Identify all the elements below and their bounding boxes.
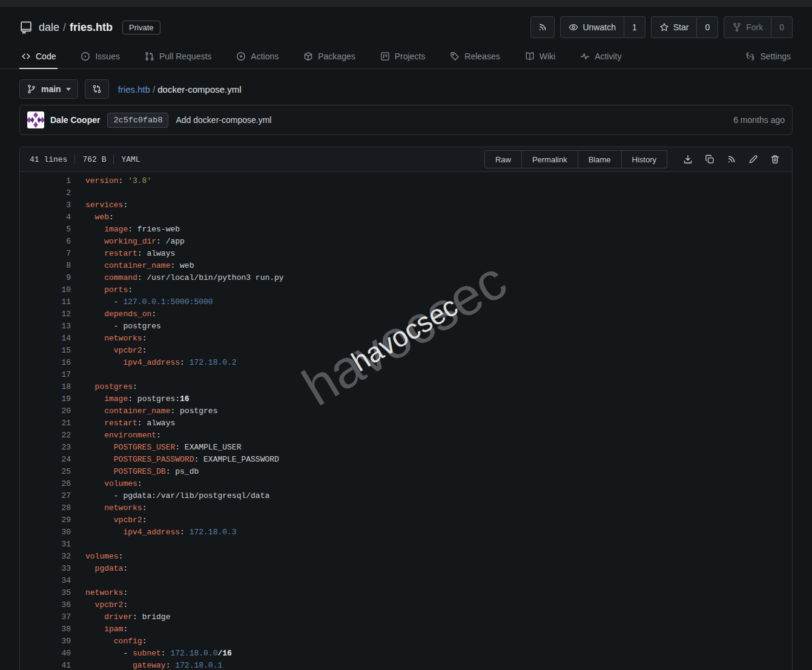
branch-selector[interactable]: main	[19, 79, 78, 99]
code-line: 27 - pgdata:/var/lib/postgresql/data	[20, 490, 792, 502]
tab-pull-requests[interactable]: Pull Requests	[143, 45, 213, 69]
line-number[interactable]: 32	[20, 551, 71, 563]
fork-count[interactable]: 0	[771, 16, 793, 38]
line-number[interactable]: 27	[20, 490, 71, 502]
line-number[interactable]: 2	[20, 187, 71, 199]
line-number[interactable]: 26	[20, 478, 71, 490]
star-button[interactable]: Star	[651, 16, 698, 38]
tab-actions[interactable]: Actions	[234, 45, 280, 69]
line-content: restart: always	[71, 248, 175, 260]
line-number[interactable]: 25	[20, 466, 71, 478]
breadcrumb: fries.htb/docker-compose.yml	[118, 84, 242, 95]
project-board-icon	[380, 51, 390, 61]
line-number[interactable]: 6	[20, 236, 71, 248]
pull-request-icon	[145, 51, 154, 61]
code-line: 13 - postgres	[20, 320, 792, 333]
pulse-icon	[580, 51, 590, 61]
tab-issues[interactable]: Issues	[79, 45, 121, 69]
line-number[interactable]: 19	[20, 393, 71, 405]
line-number[interactable]: 30	[20, 526, 71, 539]
line-content: - pgdata:/var/lib/postgresql/data	[71, 490, 269, 502]
line-number[interactable]: 34	[20, 575, 71, 587]
line-number[interactable]: 18	[20, 381, 71, 393]
fork-button[interactable]: Fork	[724, 16, 771, 38]
repo-owner-link[interactable]: dale	[39, 21, 59, 34]
repo-header: dale / fries.htb Private Unwatch 1	[0, 8, 812, 44]
line-number[interactable]: 29	[20, 514, 71, 526]
code-line: 39 config:	[20, 635, 792, 648]
line-number[interactable]: 7	[20, 248, 71, 260]
line-number[interactable]: 28	[20, 502, 71, 514]
line-number[interactable]: 3	[20, 199, 71, 211]
watch-count[interactable]: 1	[624, 16, 645, 38]
line-number[interactable]: 10	[20, 284, 71, 296]
rss-feed-button[interactable]	[530, 16, 555, 38]
line-number[interactable]: 8	[20, 260, 71, 272]
line-number[interactable]: 21	[20, 417, 71, 430]
tab-label: Activity	[595, 51, 621, 61]
line-number[interactable]: 14	[20, 333, 71, 345]
repo-content: main fries.htb/docker-compose.yml	[0, 69, 812, 670]
raw-button[interactable]: Raw	[484, 150, 522, 168]
commit-hash-link[interactable]: 2c5fc0fab8	[107, 113, 168, 128]
avatar[interactable]	[27, 111, 44, 128]
code-line: 18 postgres:	[20, 381, 792, 393]
line-number[interactable]: 24	[20, 454, 71, 466]
line-number[interactable]: 1	[20, 175, 71, 187]
tab-wiki[interactable]: Wiki	[523, 45, 557, 69]
line-number[interactable]: 12	[20, 308, 71, 320]
tab-projects[interactable]: Projects	[378, 45, 427, 69]
line-number[interactable]: 33	[20, 563, 71, 575]
line-number[interactable]: 37	[20, 611, 71, 623]
line-number[interactable]: 31	[20, 539, 71, 551]
line-number[interactable]: 22	[20, 430, 71, 442]
tab-settings[interactable]: Settings	[744, 45, 793, 69]
tab-label: Pull Requests	[159, 51, 211, 61]
line-number[interactable]: 35	[20, 587, 71, 599]
code-line: 33 pgdata:	[20, 563, 792, 575]
repo-name-link[interactable]: fries.htb	[70, 21, 113, 34]
tab-packages[interactable]: Packages	[302, 45, 357, 69]
tab-label: Packages	[318, 51, 355, 61]
line-number[interactable]: 5	[20, 224, 71, 236]
tab-code[interactable]: Code	[19, 45, 58, 69]
top-navbar-edge	[0, 0, 812, 8]
line-number[interactable]: 20	[20, 405, 71, 417]
delete-button[interactable]	[765, 151, 785, 168]
line-number[interactable]: 4	[20, 211, 71, 224]
permalink-button[interactable]: Permalink	[522, 150, 578, 168]
code-line: 24 POSTGRES_PASSWORD: EXAMPLE_PASSWORD	[20, 454, 792, 466]
line-number[interactable]: 36	[20, 599, 71, 611]
line-number[interactable]: 16	[20, 357, 71, 369]
line-number[interactable]: 40	[20, 648, 71, 660]
line-number[interactable]: 23	[20, 442, 71, 454]
line-number[interactable]: 9	[20, 272, 71, 284]
compare-button[interactable]	[85, 79, 109, 99]
code-line: 21 restart: always	[20, 417, 792, 430]
breadcrumb-repo-link[interactable]: fries.htb	[118, 84, 150, 95]
commit-message-link[interactable]: Add docker-compose.yml	[176, 115, 271, 125]
line-number[interactable]: 39	[20, 635, 71, 648]
tab-activity[interactable]: Activity	[578, 45, 623, 69]
line-number[interactable]: 38	[20, 623, 71, 635]
line-number[interactable]: 11	[20, 296, 71, 308]
line-content: - postgres	[71, 320, 161, 333]
file-nav: main fries.htb/docker-compose.yml	[19, 79, 793, 99]
blame-button[interactable]: Blame	[578, 150, 622, 168]
line-number[interactable]: 17	[20, 369, 71, 381]
commit-author-link[interactable]: Dale Cooper	[50, 115, 100, 125]
line-number[interactable]: 41	[20, 660, 71, 670]
download-button[interactable]	[678, 151, 698, 168]
copy-button[interactable]	[700, 151, 719, 168]
tab-releases[interactable]: Releases	[448, 45, 501, 69]
unwatch-button[interactable]: Unwatch	[560, 16, 624, 38]
code-line: 40 - subnet: 172.18.0.0/16	[20, 648, 792, 660]
line-number[interactable]: 13	[20, 320, 71, 333]
edit-button[interactable]	[744, 151, 763, 168]
file-line-count: 41 lines	[30, 155, 74, 164]
history-button[interactable]: History	[622, 150, 667, 168]
line-number[interactable]: 15	[20, 345, 71, 357]
file-rss-button[interactable]	[722, 151, 741, 168]
star-count[interactable]: 0	[697, 16, 718, 38]
tab-label: Actions	[251, 51, 279, 61]
